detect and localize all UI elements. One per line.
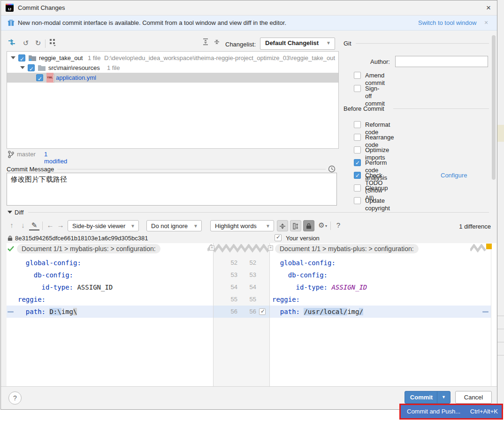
signoff-checkbox[interactable] [354,85,361,92]
tree-row-file-selected[interactable]: YML application.yml [7,73,338,83]
window-close-icon[interactable]: × [483,3,494,13]
tree-row-module[interactable]: reggie_take_out 1 file D:\develop\edu_id… [7,53,338,63]
git-section-title: Git [344,40,351,47]
history-clock-icon[interactable] [328,165,336,173]
amend-checkbox[interactable] [354,72,361,79]
code-line: db-config: [272,269,328,281]
title-bar: IJ Commit Changes × [1,0,497,15]
divider [28,212,489,213]
changelist-dropdown[interactable]: Default Changelist ▼ [260,38,335,50]
changelist-value: Default Changelist [265,39,319,46]
toolbar-separator [330,222,331,230]
diff-collapse-icon[interactable] [8,211,12,214]
chevron-down-icon: ▼ [266,223,270,229]
stripe-divider [491,243,491,386]
chevron-down-icon: ▼ [193,223,198,229]
commit-message-input[interactable]: 修改图片下载路径 [7,173,337,206]
window-title: Commit Changes [18,4,65,11]
change-dash-left [8,311,14,313]
synchronize-scrolling-icon[interactable] [290,220,301,231]
modified-count-link[interactable]: 1 modified [44,151,67,165]
code-line: reggie: [272,293,300,306]
optimize-imports-checkbox[interactable] [354,146,361,153]
cancel-button[interactable]: Cancel [455,391,492,404]
previous-difference-icon[interactable]: ↑ [7,220,17,230]
code-analysis-checkbox[interactable] [354,159,361,166]
folder-checkbox[interactable] [28,64,35,71]
update-copyright-checkbox[interactable] [354,197,361,204]
file-checkbox[interactable] [36,74,43,81]
gear-icon[interactable]: ⚙▾ [316,220,327,230]
apply-left-icon[interactable]: ← [45,220,55,230]
menu-item-label[interactable]: Commit and Push... [407,408,460,415]
divider [356,43,489,44]
file-count: 1 file [88,53,100,63]
banner-close-icon[interactable]: × [484,19,488,26]
folder-name: src\main\resources [48,63,100,73]
code-line: id-type: ASSIGN_ID [18,281,113,293]
commit-dropdown-arrow[interactable]: ▼ [437,391,450,403]
reformat-checkbox[interactable] [354,121,361,128]
commit-and-push-menu-item[interactable]: Commit and Push... Ctrl+Alt+K [399,404,503,420]
line-number: 52 [239,257,256,269]
help-button[interactable]: ? [8,391,22,405]
tree-row-folder[interactable]: src\main\resources 1 file [7,63,338,73]
diff-viewer: Document 1/1 > mybatis-plus: > configura… [7,243,496,386]
refresh-changes-icon[interactable] [8,38,18,48]
ignore-mode-dropdown[interactable]: Do not ignore▼ [146,220,202,231]
chevron-expanded-icon[interactable] [11,56,15,59]
code-line: id-type: ASSIGN_ID [272,281,367,293]
expand-all-icon[interactable] [202,38,212,48]
next-difference-icon[interactable]: ↓ [18,220,28,230]
folded-region-zigzag [207,244,273,253]
code-line: global-config: [272,257,336,269]
chevron-expanded-icon[interactable] [20,66,25,69]
left-breadcrumb: Document 1/1 > mybatis-plus: > configura… [17,244,160,253]
changes-tree: reggie_take_out 1 file D:\develop\edu_id… [7,51,339,149]
commit-split-button[interactable]: Commit ▼ [405,391,451,404]
diff-section-title: Diff [15,209,23,216]
your-version-label: Your version [286,235,320,242]
banner-message: New non-modal commit interface is availa… [18,19,286,26]
collapse-all-icon[interactable] [213,38,223,48]
commit-message-label: Commit Message [7,166,54,173]
expand-fold-icon[interactable]: + [268,245,273,251]
git-branch-icon [8,151,14,158]
expand-fold-icon[interactable]: + [209,245,214,251]
highlight-mode-dropdown[interactable]: Highlight words▼ [210,220,274,231]
module-checkbox[interactable] [18,54,25,61]
viewer-mode-dropdown[interactable]: Side-by-side viewer▼ [68,220,139,231]
commit-button[interactable]: Commit [405,391,438,403]
line-number: 55 [221,293,237,306]
divider [393,108,489,109]
author-input[interactable] [395,56,488,67]
code-line: db-config: [18,269,73,281]
module-path: D:\develop\edu_idea_workspace\itheima-re… [104,53,335,63]
help-icon[interactable]: ? [333,220,344,230]
your-version-checkbox[interactable] [275,234,282,241]
line-number: 54 [221,281,237,293]
revision-lock-icon [8,235,13,241]
cleanup-checkbox[interactable] [354,184,361,191]
include-change-checkbox[interactable] [259,308,266,315]
edit-source-icon[interactable]: ✎ [29,221,39,230]
collapse-unchanged-icon[interactable] [277,220,288,231]
group-by-icon[interactable] [49,38,59,48]
chevron-down-icon: ▼ [326,40,331,46]
module-name: reggie_take_out [39,53,83,63]
apply-right-icon[interactable]: → [55,220,66,230]
refresh-icon[interactable]: ↻ [33,38,43,48]
file-name: application.yml [56,73,96,83]
scrollbar-thumb[interactable] [492,35,496,180]
change-marker-yellow [486,244,492,249]
rollback-icon[interactable]: ↺ [21,38,31,48]
before-commit-title: Before Commit [344,105,384,112]
code-line-changed: path: /usr/local/img/ [272,306,363,318]
lock-icon[interactable] [303,220,314,231]
switch-to-tool-window-link[interactable]: Switch to tool window [418,19,476,26]
rearrange-checkbox[interactable] [354,134,361,141]
configure-link[interactable]: Configure [441,172,467,179]
check-todo-checkbox[interactable] [354,172,361,179]
resources-folder-icon [38,65,46,71]
difference-count: 1 difference [423,223,491,230]
